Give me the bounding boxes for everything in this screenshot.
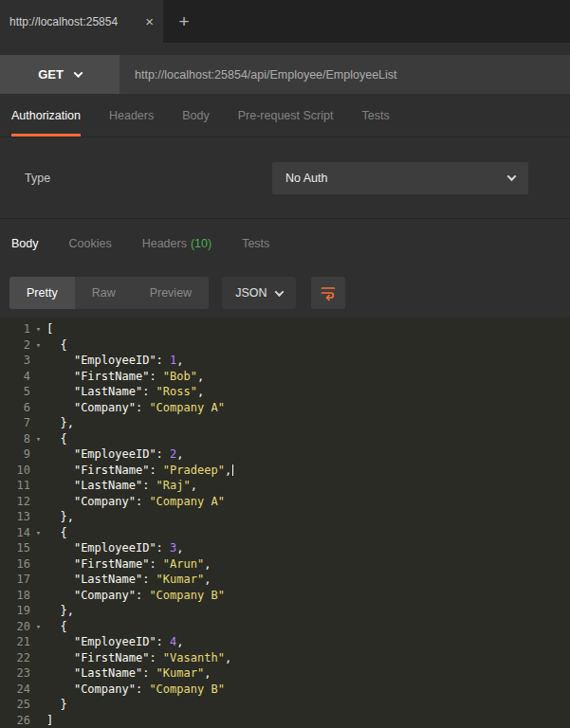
code-text: {: [46, 619, 570, 635]
code-text: "EmployeeID": 4,: [46, 634, 570, 650]
code-text: }: [46, 697, 570, 713]
fold-toggle-icon[interactable]: ▾: [30, 321, 46, 337]
tab-authorization[interactable]: Authorization: [11, 94, 81, 136]
line-number: 15: [0, 540, 30, 556]
url-input[interactable]: http://localhost:25854/api/Employee/Empl…: [120, 55, 570, 94]
line-number: 14: [0, 525, 30, 541]
code-text: "EmployeeID": 2,: [46, 446, 570, 463]
code-line: 1▾[: [0, 321, 570, 337]
response-tab-tests[interactable]: Tests: [242, 237, 269, 250]
code-text: "LastName": "Raj",: [46, 478, 570, 494]
line-number: 20: [0, 619, 30, 635]
tab-body[interactable]: Body: [182, 94, 210, 136]
chevron-down-icon: [507, 172, 517, 181]
line-number: 10: [0, 463, 30, 479]
request-tab[interactable]: http://localhost:25854 ×: [0, 0, 163, 43]
tab-tests[interactable]: Tests: [361, 94, 389, 136]
code-text: "Company": "Company B": [46, 682, 570, 698]
fold-gutter: [30, 509, 46, 525]
line-number: 18: [0, 588, 30, 604]
request-tabs: Authorization Headers Body Pre-request S…: [0, 94, 570, 137]
line-number: 23: [0, 665, 30, 682]
view-raw-button[interactable]: Raw: [75, 277, 133, 309]
code-line: 9 "EmployeeID": 2,: [0, 446, 570, 463]
code-line: 7 },: [0, 415, 570, 431]
text-cursor: [232, 464, 233, 476]
fold-toggle-icon[interactable]: ▾: [30, 619, 46, 635]
view-preview-button[interactable]: Preview: [133, 277, 209, 309]
code-text: "FirstName": "Bob",: [46, 369, 570, 385]
response-body-editor[interactable]: 1▾[2▾ {3 "EmployeeID": 1,4 "FirstName": …: [0, 318, 570, 728]
tab-title: http://localhost:25854: [9, 15, 138, 28]
code-line: 22 "FirstName": "Vasanth",: [0, 650, 570, 666]
response-tab-body[interactable]: Body: [11, 237, 39, 250]
code-text: "EmployeeID": 1,: [46, 353, 570, 369]
line-number: 7: [0, 415, 30, 431]
line-number: 5: [0, 384, 30, 400]
line-number: 21: [0, 634, 30, 650]
line-number: 9: [0, 446, 30, 463]
line-number: 11: [0, 478, 30, 494]
code-line: 19 },: [0, 603, 570, 619]
fold-gutter: [30, 478, 46, 494]
code-line: 2▾ {: [0, 337, 570, 354]
fold-gutter: [30, 713, 46, 728]
auth-type-dropdown[interactable]: No Auth: [272, 162, 528, 194]
code-text: "Company": "Company A": [46, 400, 570, 416]
code-line: 20▾ {: [0, 619, 570, 635]
wrap-text-button[interactable]: [311, 277, 345, 309]
line-number: 4: [0, 369, 30, 385]
response-view-toolbar: Pretty Raw Preview JSON: [0, 268, 570, 318]
code-line: 15 "EmployeeID": 3,: [0, 540, 570, 556]
fold-gutter: [30, 572, 46, 588]
code-text: },: [46, 415, 570, 431]
method-dropdown[interactable]: GET: [0, 55, 120, 94]
fold-gutter: [30, 682, 46, 698]
line-number: 12: [0, 494, 30, 510]
chevron-down-icon: [275, 287, 285, 297]
code-line: 11 "LastName": "Raj",: [0, 478, 570, 494]
method-label: GET: [38, 67, 64, 82]
code-line: 4 "FirstName": "Bob",: [0, 369, 570, 385]
code-line: 17 "LastName": "Kumar",: [0, 572, 570, 588]
response-tab-headers[interactable]: Headers(10): [142, 237, 211, 250]
fold-gutter: [30, 494, 46, 510]
fold-gutter: [30, 603, 46, 619]
code-line: 23 "LastName": "Kumar",: [0, 665, 570, 682]
code-text: "FirstName": "Vasanth",: [46, 650, 570, 666]
chevron-down-icon: [73, 68, 83, 78]
response-tab-cookies[interactable]: Cookies: [69, 237, 112, 250]
new-tab-button[interactable]: +: [163, 0, 205, 43]
line-number: 19: [0, 603, 30, 619]
code-line: 25 }: [0, 697, 570, 713]
tab-headers[interactable]: Headers: [109, 94, 154, 136]
line-number: 22: [0, 650, 30, 666]
code-line: 8▾ {: [0, 431, 570, 447]
code-line: 5 "LastName": "Ross",: [0, 384, 570, 400]
line-number: 1: [0, 321, 30, 337]
fold-toggle-icon[interactable]: ▾: [30, 525, 46, 541]
language-dropdown[interactable]: JSON: [222, 277, 296, 309]
close-tab-icon[interactable]: ×: [138, 13, 154, 29]
fold-gutter: [30, 384, 46, 400]
code-line: 14▾ {: [0, 525, 570, 541]
code-line: 26]: [0, 713, 570, 728]
code-line: 10 "FirstName": "Pradeep",: [0, 463, 570, 479]
fold-gutter: [30, 446, 46, 463]
language-value: JSON: [235, 286, 267, 300]
fold-gutter: [30, 697, 46, 713]
fold-toggle-icon[interactable]: ▾: [30, 337, 46, 354]
code-line: 16 "FirstName": "Arun",: [0, 556, 570, 573]
code-text: "LastName": "Ross",: [46, 384, 570, 400]
code-line: 13 },: [0, 509, 570, 525]
tab-pre-request-script[interactable]: Pre-request Script: [238, 94, 334, 136]
fold-gutter: [30, 650, 46, 666]
line-number: 6: [0, 400, 30, 416]
line-number: 24: [0, 682, 30, 698]
line-number: 17: [0, 572, 30, 588]
code-text: {: [46, 337, 570, 354]
fold-toggle-icon[interactable]: ▾: [30, 431, 46, 447]
response-headers-label: Headers: [142, 237, 187, 250]
code-line: 24 "Company": "Company B": [0, 682, 570, 698]
view-pretty-button[interactable]: Pretty: [9, 277, 75, 309]
